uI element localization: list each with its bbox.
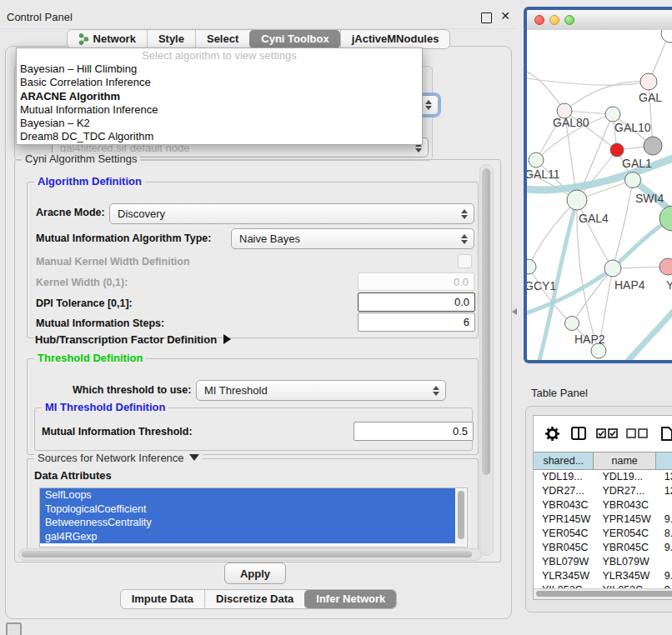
mi-steps-field[interactable]: 6 [358,312,475,332]
node-label: Y [666,278,672,292]
attribute-item[interactable]: gal4RGexp [40,530,455,544]
table-horizontal-scrollbar[interactable] [534,588,672,599]
apply-button[interactable]: Apply [224,562,286,584]
scrollbar-thumb[interactable] [22,551,472,558]
tab-network[interactable]: Network [68,30,147,48]
which-threshold-combo[interactable]: MI Threshold [196,380,446,401]
attribute-item[interactable]: SelfLoops [40,488,455,502]
network-node[interactable] [644,137,662,155]
network-canvas[interactable]: GALGAL80GAL10GAL1GAL11SWI4GAL4GCY1HAP4YH… [527,30,672,360]
tab-group-top: NetworkStyleSelectCyni ToolboxjActiveMNo… [67,29,451,49]
scrollbar-thumb[interactable] [536,591,672,597]
algorithm-option[interactable]: ARACNE Algorithm [17,90,422,103]
table-row[interactable]: YLR345WYLR345W9. [534,569,672,583]
tab-impute-data[interactable]: Impute Data [121,590,204,608]
mi-steps-label: Mutual Information Steps: [36,318,164,329]
network-node-gal10[interactable] [605,107,620,122]
control-panel-tab-bar: NetworkStyleSelectCyni ToolboxjActiveMNo… [0,29,517,49]
algorithm-option[interactable]: Basic Correlation Inference [17,76,422,89]
network-edge [564,82,649,111]
stepper-icon [461,209,468,219]
table-header-row: shared...name [534,452,672,470]
split-divider-arrow[interactable] [512,308,517,315]
select-all-checkboxes-icon[interactable] [596,428,618,438]
network-node-gal4[interactable] [567,190,587,210]
mi-type-label: Mutual Information Algorithm Type: [36,232,211,244]
tab-select[interactable]: Select [195,30,249,48]
table-row[interactable]: YBR043CYBR043C [534,498,672,512]
network-node-gal11[interactable] [529,152,544,168]
algorithm-option[interactable]: Bayesian – Hill Climbing [17,62,422,76]
network-node-gcy1[interactable] [527,259,536,274]
gear-icon[interactable] [545,427,559,441]
network-node-gal[interactable] [640,73,657,90]
table-row[interactable]: YBL079WYBL079W [534,555,672,569]
close-icon[interactable]: ✕ [500,9,510,22]
kernel-width-field[interactable]: 0.0 [358,272,474,291]
algorithm-dropdown-prompt: Select algorithm to view settings [17,48,422,62]
dock-panel-icon[interactable] [6,622,22,635]
column-header[interactable]: name [594,452,655,470]
algorithm-option[interactable]: Dream8 DC_TDC Algorithm [17,130,422,143]
minimize-traffic-light-icon[interactable] [549,15,559,25]
sources-legend[interactable]: Sources for Network Inference [34,452,203,464]
network-node-y[interactable] [659,258,672,275]
mi-algorithm-type-combo[interactable]: Naive Bayes [231,228,474,249]
split-columns-icon[interactable] [571,427,586,440]
tab-style[interactable]: Style [147,30,195,48]
tab-cyni-toolbox[interactable]: Cyni Toolbox [249,30,339,48]
table-cell: YER054C [534,527,594,541]
algorithm-option[interactable]: Bayesian – K2 [17,117,422,130]
mi-threshold-field[interactable]: 0.5 [354,422,474,441]
table-row[interactable]: YER054CYER054C8. [534,527,672,541]
hub-definition-toggle[interactable]: Hub/Transcription Factor Definition [35,333,231,346]
attribute-item[interactable]: TopologicalCoefficient [40,502,455,517]
table-cell: 8. [656,527,672,541]
column-header[interactable]: shared... [534,452,594,470]
table-cell: YBR045C [534,541,594,555]
tab-label: Network [93,30,136,48]
manual-kernel-checkbox[interactable] [458,254,472,268]
settings-horizontal-scrollbar[interactable] [18,548,482,561]
table-row[interactable]: YPR145WYPR145W9. [534,512,672,527]
attributes-scrollbar[interactable] [456,489,466,546]
network-node-hap2[interactable] [565,317,579,331]
zoom-traffic-light-icon[interactable] [564,15,574,25]
scrollbar-thumb[interactable] [482,168,490,475]
float-window-icon[interactable] [481,12,492,23]
table-cell: 9. [656,541,672,555]
algorithm-option[interactable]: Mutual Information Inference [17,103,422,117]
network-node-gal1[interactable] [610,143,624,157]
network-window-titlebar[interactable] [527,10,672,31]
table-cell: YDR27... [534,484,594,498]
algorithm-definition-legend: Algorithm Definition [34,175,145,188]
table-cell: YLR345W [534,569,594,583]
dpi-tolerance-field[interactable]: 0.0 [358,292,475,312]
network-node-swi4[interactable] [625,172,641,188]
close-traffic-light-icon[interactable] [534,15,544,25]
column-header[interactable] [656,452,672,470]
data-attributes-list[interactable]: SelfLoopsTopologicalCoefficientBetweenne… [39,488,468,548]
table-rows: YDL19...YDL19...13YDR27...YDR27...12YBR0… [534,470,672,589]
tab-infer-network[interactable]: Infer Network [304,590,396,608]
node-label: GAL10 [614,121,651,134]
node-label: GAL4 [579,212,609,225]
tab-jactivemnodules[interactable]: jActiveMNodules [340,30,450,48]
node-label: HAP2 [574,332,605,346]
table-cell: 12 [656,484,672,498]
table-row[interactable]: YDL19...YDL19...13 [534,470,672,484]
settings-vertical-scrollbar[interactable] [479,164,494,556]
node-label: GAL [639,91,662,104]
table-cell: YDR27... [594,484,655,498]
network-node-hap4[interactable] [604,260,621,277]
deselect-all-checkboxes-icon[interactable] [626,428,648,438]
stepper-icon [461,234,468,244]
table-row[interactable]: YBR045CYBR045C9. [534,541,672,555]
aracne-mode-combo[interactable]: Discovery [109,203,474,224]
table-row[interactable]: YDR27...YDR27...12 [534,484,672,498]
document-icon[interactable] [661,427,672,441]
attribute-item[interactable]: BetweennessCentrality [40,516,455,530]
scrollbar-thumb[interactable] [458,491,464,539]
tab-discretize-data[interactable]: Discretize Data [204,590,304,608]
network-node[interactable] [661,30,672,42]
